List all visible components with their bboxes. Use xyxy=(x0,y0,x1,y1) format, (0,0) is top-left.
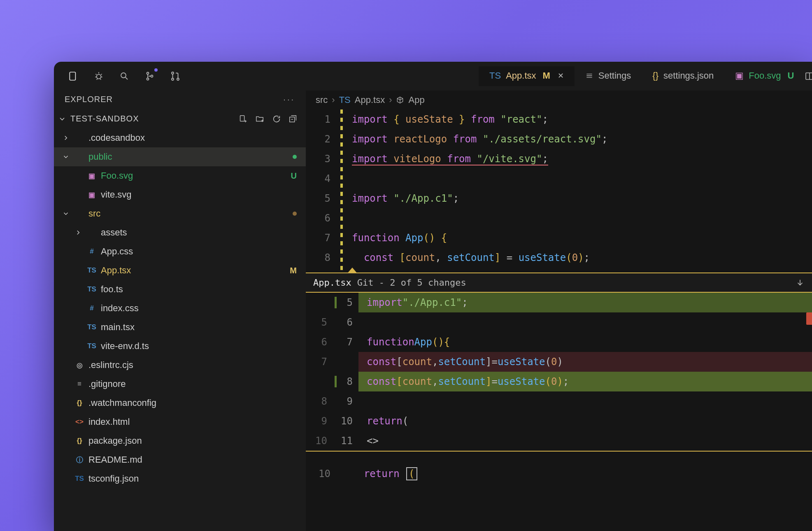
explorer-header: EXPLORER ··· xyxy=(54,91,306,112)
top-bar: TSApp.tsxM✕Settings{}settings.json▣Foo.s… xyxy=(54,62,812,91)
breadcrumbs[interactable]: src › TS App.tsx › App xyxy=(306,91,812,109)
line-number: 5 xyxy=(306,193,338,204)
line-number: 2 xyxy=(306,133,338,145)
diff-line[interactable]: 910 return ( xyxy=(306,411,812,431)
code-line[interactable]: 2import reactLogo from "./assets/react.s… xyxy=(306,129,812,149)
chevron-right-icon: › xyxy=(389,95,392,105)
new-folder-icon[interactable] xyxy=(255,114,265,123)
symbol-icon xyxy=(396,96,404,104)
close-icon[interactable]: ✕ xyxy=(558,71,564,80)
file-icon: TS xyxy=(87,266,97,275)
tree-item-label: .codesandbox xyxy=(88,133,297,143)
folder-src[interactable]: src xyxy=(54,204,306,223)
code-editor[interactable]: 1import { useState } from "react";2impor… xyxy=(306,109,812,272)
diff-line[interactable]: 8 const [count, setCount] = useState(0); xyxy=(306,372,812,391)
chevron-down-icon xyxy=(62,210,70,217)
diff-view[interactable]: 5import "./App.c1";5667function App() {7… xyxy=(306,293,812,451)
svg-point-4 xyxy=(147,78,149,80)
file-foo-svg[interactable]: ▣Foo.svgU xyxy=(54,166,306,185)
code-line[interactable]: 8 const [count, setCount] = useState(0); xyxy=(306,248,812,268)
source-control-icon[interactable] xyxy=(143,69,157,83)
line-number-right: 8 xyxy=(335,376,358,387)
tree-item-label: assets xyxy=(101,227,297,238)
explorer-icon[interactable] xyxy=(66,69,80,83)
file-index-css[interactable]: #index.css xyxy=(54,299,306,318)
line-number: 3 xyxy=(306,153,338,165)
tree-item-label: .gitignore xyxy=(88,379,297,389)
tab-foo-svg[interactable]: ▣Foo.svgU xyxy=(724,66,805,86)
tabs: TSApp.tsxM✕Settings{}settings.json▣Foo.s… xyxy=(479,62,812,91)
file-app-css[interactable]: #App.css xyxy=(54,242,306,261)
code-line[interactable]: 7function App() { xyxy=(306,228,812,248)
tree-item-label: .watchmanconfig xyxy=(88,398,297,408)
code-line[interactable]: 6 xyxy=(306,208,812,228)
tab-app-tsx[interactable]: TSApp.tsxM✕ xyxy=(479,66,575,86)
code-line[interactable]: 1import { useState } from "react"; xyxy=(306,109,812,129)
tab-settings-json[interactable]: {}settings.json xyxy=(642,66,724,86)
git-status-dot xyxy=(293,212,297,216)
file--eslintrc-cjs[interactable]: ◎.eslintrc.cjs xyxy=(54,356,306,375)
breadcrumb-file[interactable]: App.tsx xyxy=(355,95,385,105)
new-file-icon[interactable] xyxy=(238,114,247,123)
diff-line[interactable]: 7 const [count, setCount] = useState(0) xyxy=(306,352,812,372)
pull-request-icon[interactable] xyxy=(168,69,182,83)
next-change-icon[interactable] xyxy=(796,278,805,287)
file-vite-svg[interactable]: ▣vite.svg xyxy=(54,185,306,204)
file--watchmanconfig[interactable]: {}.watchmanconfig xyxy=(54,394,306,412)
explorer-more-icon[interactable]: ··· xyxy=(283,95,295,104)
code-editor-bottom[interactable]: 10 return ( xyxy=(306,452,812,531)
line-number-right: 6 xyxy=(335,317,358,328)
svg-point-7 xyxy=(172,78,174,80)
tab-label: Foo.svg xyxy=(749,70,781,81)
line-number-right: 11 xyxy=(335,435,358,447)
debug-icon[interactable] xyxy=(92,69,106,83)
file-type-icon: TS xyxy=(489,70,501,81)
folder-assets[interactable]: assets xyxy=(54,223,306,242)
diff-line[interactable]: 67function App() { xyxy=(306,332,812,352)
tab-label: Settings xyxy=(598,70,631,81)
split-editor-icon[interactable] xyxy=(805,71,812,81)
chevron-down-icon xyxy=(58,115,66,123)
folder--codesandbox[interactable]: .codesandbox xyxy=(54,128,306,147)
diff-line[interactable]: 1011 <> xyxy=(306,431,812,451)
tab-settings[interactable]: Settings xyxy=(575,66,642,86)
refresh-icon[interactable] xyxy=(272,114,281,123)
diff-line[interactable]: 56 xyxy=(306,312,812,332)
diff-line[interactable]: 5import "./App.c1"; xyxy=(306,293,812,312)
tree-item-label: index.html xyxy=(88,417,297,427)
code-line[interactable]: 10 return ( xyxy=(306,464,812,484)
breadcrumb-folder[interactable]: src xyxy=(316,95,328,105)
file-app-tsx[interactable]: TSApp.tsxM xyxy=(54,261,306,280)
file-vite-env-d-ts[interactable]: TSvite-env.d.ts xyxy=(54,337,306,356)
tab-status: U xyxy=(788,70,794,81)
code-line[interactable]: 5import "./App.c1"; xyxy=(306,189,812,208)
ts-file-icon: TS xyxy=(339,95,351,105)
svg-rect-0 xyxy=(70,72,75,80)
file-tree: .codesandboxpublic▣Foo.svgU▣vite.svgsrca… xyxy=(54,128,306,531)
git-status-badge: M xyxy=(290,266,297,275)
folder-public[interactable]: public xyxy=(54,147,306,166)
tree-item-label: .eslintrc.cjs xyxy=(88,360,297,370)
svg-point-8 xyxy=(177,78,179,80)
line-number-left: 8 xyxy=(306,396,335,407)
collapse-all-icon[interactable] xyxy=(289,114,298,123)
file-tsconfig-json[interactable]: TStsconfig.json xyxy=(54,469,306,488)
file-readme-md[interactable]: ⓘREADME.md xyxy=(54,450,306,469)
tab-label: settings.json xyxy=(663,70,714,81)
git-status-dot xyxy=(293,155,297,159)
file-foo-ts[interactable]: TSfoo.ts xyxy=(54,280,306,299)
diff-meta: Git - 2 of 5 changes xyxy=(357,277,466,288)
line-number-right: 5 xyxy=(335,297,358,308)
breadcrumb-symbol[interactable]: App xyxy=(408,95,424,105)
project-header[interactable]: TEST-SANDBOX xyxy=(54,112,306,128)
chevron-right-icon xyxy=(74,229,83,236)
file-main-tsx[interactable]: TSmain.tsx xyxy=(54,318,306,337)
diff-line[interactable]: 89 xyxy=(306,391,812,411)
code-line[interactable]: 4 xyxy=(306,169,812,189)
file--gitignore[interactable]: ≡.gitignore xyxy=(54,375,306,394)
search-icon[interactable] xyxy=(117,69,131,83)
file-icon: # xyxy=(87,247,97,256)
file-package-json[interactable]: {}package.json xyxy=(54,431,306,450)
file-index-html[interactable]: <>index.html xyxy=(54,412,306,431)
code-line[interactable]: 3import viteLogo from "/vite.svg"; xyxy=(306,149,812,169)
